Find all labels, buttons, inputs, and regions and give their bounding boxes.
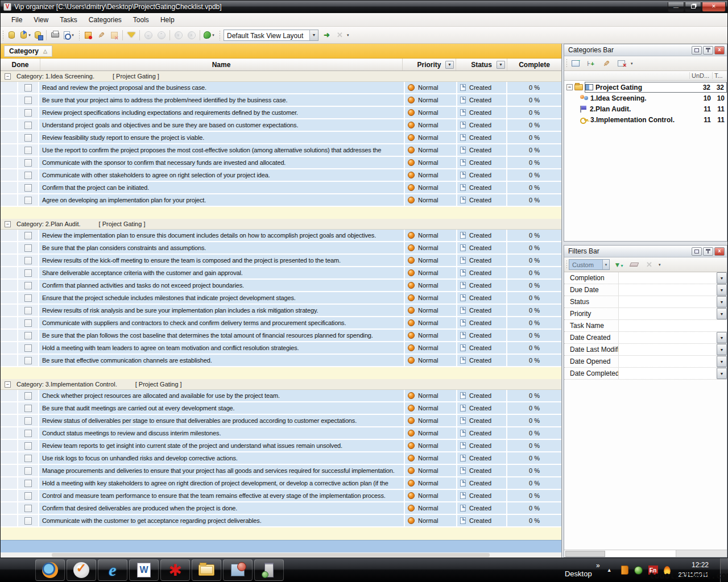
task-name[interactable]: Manage procurements and deliveries to en… — [39, 465, 405, 476]
done-checkbox[interactable] — [24, 294, 32, 302]
task-name[interactable]: Confirm that the project can be initiate… — [39, 182, 405, 193]
done-checkbox[interactable] — [24, 122, 32, 129]
status-cell[interactable]: Created — [457, 82, 507, 93]
task-name[interactable]: Conduct status meetings to review and di… — [39, 427, 405, 439]
scrollbar-thumb[interactable] — [52, 553, 490, 557]
toolbar-overflow-icon[interactable]: ▾ — [347, 33, 349, 38]
desktop-label[interactable]: Desktop — [565, 569, 592, 578]
task-row[interactable]: Be sure that effective communication cha… — [1, 355, 561, 367]
priority-cell[interactable]: Normal — [405, 305, 457, 316]
task-row[interactable]: Review team reports to get insight into … — [1, 440, 561, 452]
priority-cell[interactable]: Normal — [405, 502, 457, 514]
taskbar-server-app-button[interactable] — [254, 559, 284, 581]
filter-value-field[interactable] — [619, 296, 717, 307]
menu-tools[interactable]: Tools — [128, 14, 154, 26]
move-top-button[interactable]: « — [185, 29, 198, 41]
priority-cell[interactable]: Normal — [405, 255, 457, 266]
tree-item[interactable]: 2.Plan Audit.1111 — [564, 103, 727, 114]
taskbar-red-app-button[interactable]: ✱ — [160, 559, 190, 581]
priority-cell[interactable]: Normal — [405, 132, 457, 143]
menu-categories[interactable]: Categories — [84, 14, 127, 26]
done-checkbox[interactable] — [24, 232, 32, 239]
task-name[interactable]: Use the report to confirm the project pr… — [39, 144, 405, 156]
priority-cell[interactable]: Normal — [405, 157, 457, 168]
task-row[interactable]: Read and review the project proposal and… — [1, 82, 561, 94]
status-cell[interactable]: Created — [457, 144, 507, 156]
filter-value-field[interactable] — [619, 356, 717, 367]
task-row[interactable]: Confirm that desired deliverables are pr… — [1, 502, 561, 515]
task-row[interactable]: Manage procurements and deliveries to en… — [1, 465, 561, 477]
edit-task-button[interactable]: ✎ — [94, 29, 107, 41]
done-checkbox[interactable] — [24, 269, 32, 277]
status-cell[interactable]: Created — [457, 255, 507, 266]
status-cell[interactable]: Created — [457, 157, 507, 168]
status-cell[interactable]: Created — [457, 330, 507, 341]
task-name[interactable]: Ensure that the project schedule include… — [39, 292, 405, 304]
task-row[interactable]: Review feasibility study report to ensur… — [1, 132, 561, 144]
column-header-priority[interactable]: Priority ▼ — [403, 59, 456, 70]
status-cell[interactable]: Created — [457, 415, 507, 426]
priority-cell[interactable]: Normal — [405, 330, 457, 341]
minimize-button[interactable]: — — [668, 2, 684, 12]
task-name[interactable]: Review results of the kick-off meeting t… — [39, 255, 405, 266]
column-header-name[interactable]: Name — [40, 59, 403, 70]
task-row[interactable]: Hold a meeting with key stakeholders to … — [1, 477, 561, 490]
task-row[interactable]: Understand project goals and objectives … — [1, 119, 561, 132]
done-checkbox[interactable] — [24, 505, 32, 512]
priority-cell[interactable]: Normal — [405, 390, 457, 401]
group-by-category-button[interactable]: Category △ — [4, 45, 52, 57]
add-task-button[interactable] — [81, 29, 94, 41]
filter-dropdown-button[interactable]: ▼ — [717, 368, 727, 379]
task-row[interactable]: Agree on developing an implementation pl… — [1, 194, 561, 207]
status-cell[interactable]: Created — [457, 452, 507, 464]
task-name[interactable]: Understand project goals and objectives … — [39, 119, 405, 131]
task-name[interactable]: Agree on developing an implementation pl… — [39, 194, 405, 206]
column-header-done[interactable]: Done — [1, 59, 40, 70]
task-row[interactable]: Be sure that audit meetings are carried … — [1, 402, 561, 415]
filter-value-field[interactable] — [619, 272, 717, 284]
task-row[interactable]: Check whether project resources are allo… — [1, 390, 561, 402]
print-preview-button[interactable]: ▾ — [61, 29, 75, 41]
tray-status-icon[interactable] — [634, 566, 643, 575]
priority-cell[interactable]: Normal — [405, 230, 457, 241]
priority-cell[interactable]: Normal — [405, 415, 457, 426]
grid-horizontal-scrollbar[interactable] — [1, 552, 561, 558]
status-cell[interactable]: Created — [457, 242, 507, 253]
toolbar-overflow-icon[interactable]: ▾ — [659, 263, 661, 267]
filter-preset-combo[interactable]: Custom ▼ — [569, 259, 610, 270]
remove-filter-button[interactable]: ✕ — [643, 259, 656, 271]
status-cell[interactable]: Created — [457, 390, 507, 401]
status-cell[interactable]: Created — [457, 280, 507, 291]
taskbar-firefox-button[interactable] — [35, 559, 65, 581]
priority-cell[interactable]: Normal — [405, 194, 457, 206]
priority-cell[interactable]: Normal — [405, 82, 457, 93]
task-name[interactable]: Review results of risk analysis and be s… — [39, 305, 405, 316]
task-name[interactable]: Be sure that effective communication cha… — [39, 355, 405, 366]
priority-cell[interactable]: Normal — [405, 317, 457, 329]
done-checkbox[interactable] — [24, 467, 32, 475]
done-checkbox[interactable] — [24, 319, 32, 327]
priority-cell[interactable]: Normal — [405, 452, 457, 464]
priority-cell[interactable]: Normal — [405, 242, 457, 253]
filter-value-field[interactable] — [619, 308, 717, 319]
done-checkbox[interactable] — [24, 344, 32, 352]
scrollbar-thumb[interactable] — [565, 551, 605, 557]
task-name[interactable]: Be sure that your project aims to addres… — [39, 94, 405, 106]
priority-cell[interactable]: Normal — [405, 144, 457, 156]
task-name[interactable]: Communicate with other stakeholders to a… — [39, 169, 405, 181]
task-row[interactable]: Be sure that the plan follows the cost b… — [1, 330, 561, 342]
tree-item[interactable]: 1.Idea Screening.1010 — [564, 93, 727, 103]
task-name[interactable]: Use risk logs to focus on unhandled risk… — [39, 452, 405, 464]
filter-value-field[interactable] — [619, 344, 717, 355]
task-name[interactable]: Review team reports to get insight into … — [39, 440, 405, 451]
new-category-button[interactable] — [569, 57, 582, 70]
priority-cell[interactable]: Normal — [405, 182, 457, 193]
layout-combo-dropdown[interactable]: ▼ — [309, 30, 318, 40]
delete-layout-button[interactable]: ✕ — [333, 29, 346, 41]
layout-combo[interactable]: Default Task View Layout ▼ — [224, 30, 318, 41]
collapse-icon[interactable]: − — [566, 84, 573, 90]
task-name[interactable]: Be sure that the plan considers constrai… — [39, 242, 405, 253]
priority-cell[interactable]: Normal — [405, 440, 457, 451]
taskbar-word-button[interactable] — [129, 559, 159, 581]
status-cell[interactable]: Created — [457, 342, 507, 354]
